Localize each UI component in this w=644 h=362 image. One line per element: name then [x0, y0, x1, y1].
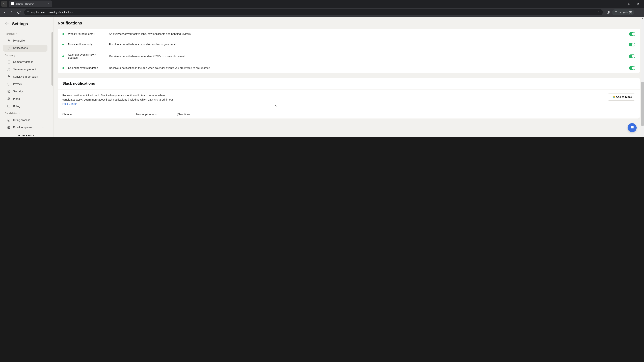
- notif-row-calendar-updates: Calendar events updates Receive a notifi…: [58, 63, 640, 73]
- svg-point-5: [616, 12, 617, 13]
- svg-rect-15: [8, 77, 10, 78]
- sidebar-item-notifications[interactable]: Notifications: [3, 44, 48, 52]
- slack-heading: Slack notifications: [58, 78, 640, 89]
- forward-button[interactable]: [9, 9, 15, 15]
- notif-name: New candidate reply: [68, 43, 105, 46]
- sidebar-scrollbar-thumb[interactable]: [52, 32, 53, 86]
- favicon-icon: H: [11, 2, 14, 5]
- svg-point-14: [9, 68, 10, 69]
- bookmark-button[interactable]: ☆: [598, 10, 600, 14]
- tab-bar: H Settings · Homerun × + — □ ✕: [0, 0, 644, 8]
- brand-footer: HOMERUN: [0, 131, 54, 137]
- caret-down-icon: ▾: [19, 112, 20, 114]
- maximize-button[interactable]: □: [625, 1, 633, 6]
- notif-desc: Receive an email when a candidate replie…: [109, 43, 625, 46]
- page-scrollbar[interactable]: ▴ ▾: [641, 17, 644, 137]
- bell-icon: [7, 46, 11, 50]
- close-tab-button[interactable]: ×: [47, 2, 50, 5]
- site-info-icon[interactable]: [27, 11, 30, 14]
- toggle-calendar-updates[interactable]: [629, 66, 635, 70]
- url-bar[interactable]: app.homerun.co/settings/notifications ☆: [24, 9, 603, 15]
- close-window-button[interactable]: ✕: [634, 1, 642, 6]
- users-icon: [7, 67, 11, 71]
- toggle-weekly-roundup[interactable]: [629, 32, 635, 36]
- slack-table-header: Channel ▴ New applications @Mentions: [58, 110, 640, 118]
- section-candidates[interactable]: Candidates ▾: [0, 110, 50, 116]
- main-content: Notifications Weekly roundup email An ov…: [54, 17, 644, 137]
- browser-tab-active[interactable]: H Settings · Homerun ×: [9, 0, 52, 7]
- section-personal[interactable]: Personal ▾: [0, 31, 50, 37]
- add-to-slack-button[interactable]: Add to Slack: [608, 93, 635, 100]
- notif-desc: Receive an email when an attendee RSVPs …: [109, 55, 625, 58]
- address-bar-row: app.homerun.co/settings/notifications ☆ …: [0, 8, 644, 17]
- svg-point-19: [8, 120, 10, 121]
- sidebar-item-team-management[interactable]: Team management: [3, 66, 48, 73]
- sidebar-item-my-profile[interactable]: My profile: [3, 37, 48, 44]
- caret-down-icon: ▾: [17, 54, 18, 56]
- app-root: Settings Personal ▾ My profile Notificat…: [0, 17, 644, 137]
- new-tab-button[interactable]: +: [55, 1, 59, 6]
- notif-name: Weekly roundup email: [68, 32, 105, 35]
- arrow-right-icon: [10, 10, 14, 14]
- svg-rect-2: [607, 11, 610, 13]
- slack-body: Receive realtime notifications in Slack …: [58, 89, 640, 110]
- svg-point-18: [8, 119, 10, 121]
- section-company[interactable]: Company ▾: [0, 52, 50, 58]
- page-title: Notifications: [58, 17, 640, 29]
- sidebar-item-security[interactable]: Security: [3, 88, 48, 95]
- help-center-link[interactable]: Help Center: [62, 102, 77, 105]
- card-icon: [7, 104, 11, 108]
- sidebar-item-plans[interactable]: Plans: [3, 95, 48, 102]
- status-dot-icon: [62, 55, 64, 57]
- status-dot-icon: [62, 33, 64, 35]
- building-icon: [7, 60, 11, 64]
- sidebar-item-privacy[interactable]: Privacy: [3, 81, 48, 88]
- side-panel-button[interactable]: [605, 9, 611, 15]
- slack-description: Receive realtime notifications in Slack …: [62, 93, 173, 106]
- caret-down-icon: ▾: [16, 33, 17, 35]
- browser-menu-button[interactable]: ⋮: [635, 10, 642, 14]
- sort-asc-icon: ▴: [74, 113, 74, 115]
- status-dot-icon: [62, 67, 64, 69]
- column-mentions: @Mentions: [176, 113, 190, 116]
- scroll-up-button[interactable]: ▴: [641, 17, 644, 20]
- sidebar-item-billing[interactable]: Billing: [3, 103, 48, 110]
- notif-row-candidate-reply: New candidate reply Receive an email whe…: [58, 39, 640, 50]
- back-to-app-button[interactable]: [5, 21, 10, 27]
- brand-logo[interactable]: HOMERUN: [18, 134, 35, 137]
- sidebar-scroll-area: Personal ▾ My profile Notifications Comp…: [0, 31, 54, 131]
- tab-search-button[interactable]: [1, 1, 8, 7]
- settings-sidebar: Settings Personal ▾ My profile Notificat…: [0, 17, 54, 137]
- toggle-candidate-reply[interactable]: [629, 43, 635, 46]
- column-channel[interactable]: Channel ▴: [62, 113, 136, 116]
- scroll-down-button[interactable]: ▾: [641, 134, 644, 137]
- sidebar-item-sensitive-information[interactable]: Sensitive information: [3, 73, 48, 80]
- toggle-rsvp-updates[interactable]: [629, 54, 635, 58]
- shield-icon: [7, 82, 11, 86]
- arrow-left-icon: [3, 10, 6, 14]
- svg-rect-8: [8, 61, 10, 63]
- email-notifications-card: Weekly roundup email An overview of your…: [58, 29, 640, 73]
- sidebar-item-hiring-process[interactable]: Hiring process: [3, 117, 48, 124]
- notif-row-rsvp-updates: Calendar events RSVP updates Receive an …: [58, 50, 640, 63]
- reload-button[interactable]: [16, 9, 22, 15]
- incognito-icon: [614, 11, 618, 14]
- minimize-button[interactable]: —: [616, 1, 624, 6]
- page-scrollbar-thumb[interactable]: [641, 82, 644, 126]
- svg-rect-0: [27, 11, 29, 13]
- lock-icon: [7, 75, 11, 79]
- sidebar-item-company-details[interactable]: Company details: [3, 58, 48, 65]
- back-button[interactable]: [2, 9, 8, 15]
- panel-icon: [606, 10, 610, 14]
- incognito-indicator[interactable]: Incognito (2): [612, 9, 634, 15]
- sidebar-item-email-templates[interactable]: Email templates ⌵: [3, 124, 48, 131]
- reload-icon: [17, 10, 20, 14]
- status-dot-icon: [62, 44, 64, 45]
- process-icon: [7, 118, 11, 122]
- shield-check-icon: [7, 90, 11, 93]
- chat-support-button[interactable]: [628, 123, 636, 132]
- tab-title: Settings · Homerun: [16, 3, 46, 5]
- svg-point-4: [615, 12, 616, 13]
- sidebar-scrollbar[interactable]: [51, 31, 54, 131]
- slack-logo-icon: [611, 95, 614, 99]
